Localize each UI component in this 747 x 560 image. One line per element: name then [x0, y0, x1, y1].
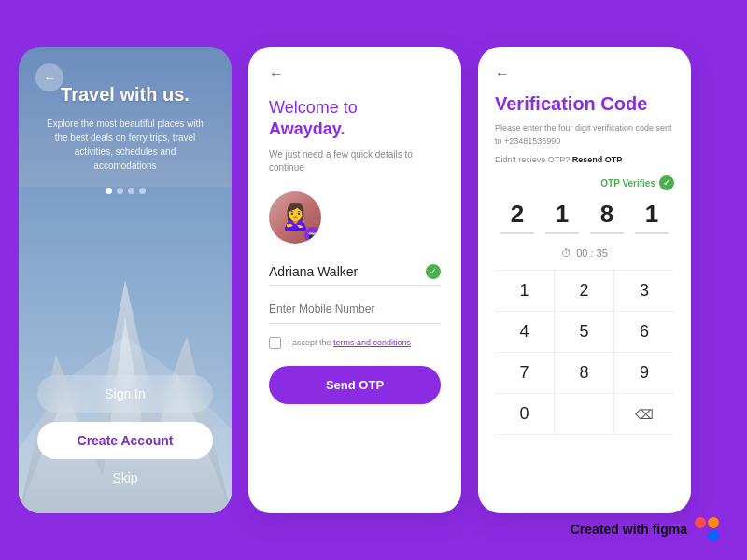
key-5[interactable]: 5	[555, 312, 614, 353]
verification-title: Verification Code	[495, 93, 674, 115]
avatar: 🙎‍♀️ 📷	[269, 191, 321, 244]
key-2[interactable]: 2	[555, 271, 614, 312]
dot-4	[139, 188, 146, 194]
screen-welcome: ← Welcome to Awayday. We just need a few…	[248, 47, 461, 513]
verified-badge: ✓	[426, 264, 441, 279]
key-empty	[555, 394, 614, 435]
travel-subtitle: Explore the most beautiful places with t…	[37, 117, 213, 173]
key-3[interactable]: 3	[614, 271, 674, 312]
key-1[interactable]: 1	[495, 271, 555, 312]
otp-digit-4[interactable]: 1	[635, 200, 669, 234]
screen1-buttons: Sign In Create Account Skip	[37, 375, 213, 485]
back-button-3[interactable]: ←	[495, 65, 674, 82]
screen-travel: ← Travel with us. Explore the most beaut…	[19, 47, 232, 513]
resend-link[interactable]: Resend OTP	[572, 155, 623, 164]
keypad: 1 2 3 4 5 6 7 8 9 0 ⌫	[495, 270, 674, 435]
avatar-section: 🙎‍♀️ 📷	[269, 191, 441, 244]
timer-icon: ⏱	[561, 247, 571, 259]
dot-1	[106, 188, 112, 194]
screen-verification: ← Verification Code Please enter the fou…	[478, 47, 691, 513]
figma-icon-blue	[708, 530, 719, 541]
figma-icon-purple	[695, 530, 706, 541]
key-8[interactable]: 8	[555, 353, 614, 394]
verified-circle-icon: ✓	[659, 175, 674, 190]
figma-label-text: Created with figma	[571, 522, 687, 537]
otp-digit-2[interactable]: 1	[545, 200, 579, 234]
terms-link[interactable]: terms and conditions	[333, 338, 411, 347]
key-4[interactable]: 4	[495, 312, 555, 353]
camera-icon[interactable]: 📷	[304, 227, 321, 244]
key-7[interactable]: 7	[495, 353, 555, 394]
figma-icon-red	[695, 517, 706, 528]
signin-button[interactable]: Sign In	[37, 375, 213, 413]
otp-digit-3[interactable]: 8	[590, 200, 624, 234]
figma-icons	[695, 517, 719, 541]
create-account-button[interactable]: Create Account	[37, 422, 213, 459]
pagination-dots	[106, 188, 146, 194]
welcome-title: Welcome to Awayday.	[269, 97, 441, 141]
name-field: Adriana Walker ✓	[269, 264, 441, 286]
key-6[interactable]: 6	[614, 312, 674, 353]
back-icon: ←	[269, 65, 284, 82]
back-button-2[interactable]: ←	[269, 65, 441, 82]
terms-checkbox[interactable]	[269, 337, 281, 349]
figma-footer: Created with figma	[571, 517, 719, 541]
otp-verified-status: OTP Verifies ✓	[495, 175, 674, 190]
key-delete[interactable]: ⌫	[614, 394, 674, 435]
timer-value: 00 : 35	[576, 247, 608, 259]
verification-desc: Please enter the four digit verification…	[495, 122, 674, 147]
send-otp-button[interactable]: Send OTP	[269, 366, 441, 404]
back-button[interactable]: ←	[35, 63, 63, 91]
welcome-subtitle: We just need a few quick details to cont…	[269, 148, 441, 175]
screen1-header: Travel with us. Explore the most beautif…	[37, 84, 213, 194]
user-name: Adriana Walker	[269, 264, 358, 279]
travel-title: Travel with us.	[61, 84, 190, 105]
dot-3	[128, 188, 134, 194]
timer-row: ⏱ 00 : 35	[495, 247, 674, 259]
resend-row: Didn't recieve OTP? Resend OTP	[495, 155, 674, 164]
figma-icon-orange	[708, 517, 719, 528]
back-arrow-icon: ←	[44, 71, 56, 85]
terms-row: I accept the terms and conditions	[269, 337, 441, 349]
otp-digits: 2 1 8 1	[495, 200, 674, 234]
skip-button[interactable]: Skip	[112, 470, 137, 485]
mobile-input[interactable]	[269, 295, 441, 324]
terms-label: I accept the terms and conditions	[288, 338, 411, 347]
key-9[interactable]: 9	[614, 353, 674, 394]
otp-digit-1[interactable]: 2	[500, 200, 534, 234]
dot-2	[117, 188, 123, 194]
key-0[interactable]: 0	[495, 394, 555, 435]
